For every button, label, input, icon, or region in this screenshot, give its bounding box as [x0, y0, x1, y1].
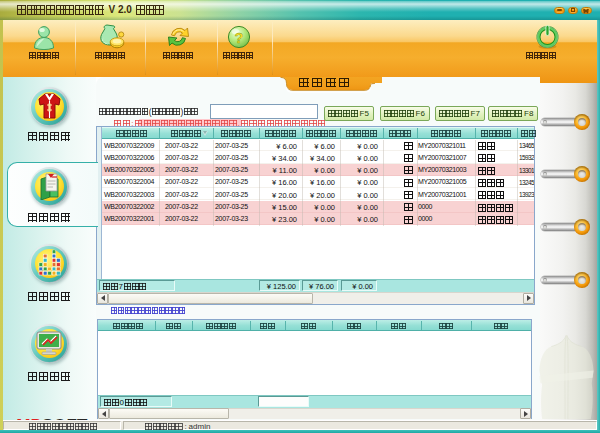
svg-text:?: ? — [235, 30, 244, 46]
